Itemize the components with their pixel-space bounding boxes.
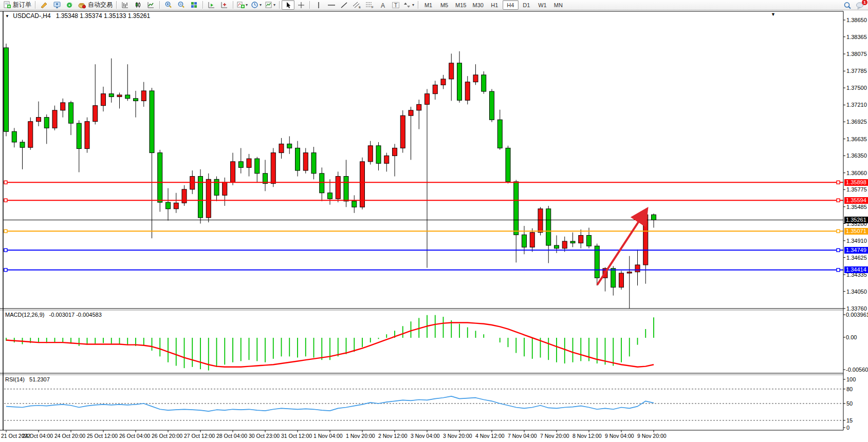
cursor-button[interactable]	[282, 0, 294, 10]
signal-button[interactable]	[63, 0, 76, 10]
zoom-out-icon	[177, 1, 186, 9]
level-handle[interactable]	[4, 181, 7, 184]
chevron-down-icon: ▾	[412, 3, 414, 7]
vertical-line-icon	[316, 2, 322, 9]
chart-ohlc-values: 1.35348 1.35374 1.35133 1.35261	[56, 12, 151, 20]
timeframe-H4[interactable]: H4	[503, 0, 519, 10]
toolbar-right-group: 1	[841, 1, 866, 10]
toolbar-separator	[309, 1, 310, 9]
price-axis-label: 1.37210	[846, 102, 867, 108]
line-chart-button[interactable]	[144, 0, 157, 10]
timeframe-W1[interactable]: W1	[534, 0, 550, 10]
timeframe-MN[interactable]: MN	[550, 0, 566, 10]
macd-name: MACD(12,26,9)	[5, 312, 44, 318]
candle-body	[465, 82, 470, 101]
level-price-tag: 1.34414	[844, 266, 868, 273]
level-handle[interactable]	[837, 248, 840, 252]
candle-body	[255, 159, 260, 174]
toolbar-separator	[35, 1, 35, 9]
equidistant-channel-button[interactable]: E	[350, 0, 363, 10]
timeframe-group: M1M5M15M30H1H4D1W1MN	[420, 0, 566, 10]
price-axis-label: 1.36635	[846, 136, 867, 142]
macd-axis-min: -0.005601	[846, 367, 868, 373]
rsi-name: RSI(14)	[5, 376, 25, 382]
styler-button[interactable]	[38, 0, 50, 10]
crosshair-button[interactable]	[294, 0, 307, 10]
new-order-icon	[3, 1, 11, 9]
candle-body	[20, 142, 25, 147]
price-axis-label: 1.35485	[846, 204, 867, 210]
level-handle[interactable]	[4, 268, 7, 272]
horizontal-line-button[interactable]	[325, 0, 338, 10]
terminal-button[interactable]	[50, 0, 63, 10]
candlestick-chart-button[interactable]	[132, 0, 144, 10]
rsi-axis-label: 80	[846, 386, 853, 392]
timeframe-D1[interactable]: D1	[519, 0, 534, 10]
timeframe-M5[interactable]: M5	[436, 0, 452, 10]
level-handle[interactable]	[4, 248, 7, 252]
autotrade-icon	[78, 1, 86, 9]
zoom-out-button[interactable]	[175, 0, 188, 10]
crayon-icon	[40, 1, 48, 9]
search-button[interactable]	[841, 1, 854, 10]
level-handle[interactable]	[837, 268, 840, 272]
time-axis-label: 24 Oct 20:00	[54, 433, 85, 439]
indicators-icon	[237, 1, 245, 9]
level-price-tag: 1.34749	[844, 247, 868, 254]
level-handle[interactable]	[837, 229, 840, 233]
toolbar-separator	[159, 1, 160, 9]
rsi-axis-label: 0	[846, 425, 849, 431]
bar-chart-button[interactable]	[119, 0, 132, 10]
text-button[interactable]: A	[376, 0, 389, 10]
periods-button[interactable]: ▾	[249, 0, 263, 10]
indicators-button[interactable]: ▾	[235, 0, 249, 10]
candle-body	[85, 122, 89, 149]
arrows-button[interactable]: ▾	[402, 0, 416, 10]
tile-windows-icon	[190, 1, 198, 9]
candle-body	[352, 201, 357, 207]
auto-scroll-button[interactable]	[205, 0, 218, 10]
fibonacci-button[interactable]: F	[363, 0, 376, 10]
timeframe-M30[interactable]: M30	[469, 0, 486, 10]
candle-body	[344, 177, 348, 201]
text-label-button[interactable]: T	[389, 0, 402, 10]
candle-body	[320, 174, 324, 193]
timeframe-M1[interactable]: M1	[420, 0, 436, 10]
bar-chart-icon	[121, 1, 129, 9]
new-order-button[interactable]: 新订单	[2, 0, 33, 10]
trendline-button[interactable]	[338, 0, 350, 10]
candle-body	[158, 153, 162, 203]
candle-body	[522, 235, 527, 247]
timeframe-H1[interactable]: H1	[487, 0, 503, 10]
templates-button[interactable]: ▾	[263, 0, 277, 10]
candle-body	[538, 209, 543, 233]
horizontal-line-icon	[327, 2, 336, 9]
level-handle[interactable]	[837, 181, 840, 184]
vertical-line-button[interactable]	[312, 0, 325, 10]
level-handle[interactable]	[837, 199, 840, 202]
chart-plot	[0, 0, 868, 442]
candle-body	[368, 146, 373, 162]
chevron-down-icon: ▾	[246, 3, 248, 7]
candle-body	[134, 99, 138, 101]
notifications-button[interactable]: 1	[854, 1, 866, 10]
candle-body	[587, 235, 592, 246]
candle-body	[36, 118, 41, 122]
level-handle[interactable]	[4, 229, 7, 233]
candle-body	[214, 179, 219, 195]
zoom-in-button[interactable]	[162, 0, 175, 10]
scroll-end-icon[interactable]: ▼	[771, 12, 775, 17]
level-handle[interactable]	[4, 199, 7, 202]
chart-shift-button[interactable]	[218, 0, 231, 10]
candle-body	[223, 182, 227, 195]
timeframe-M15[interactable]: M15	[452, 0, 469, 10]
tile-windows-button[interactable]	[188, 0, 200, 10]
price-axis-label: 1.34050	[846, 289, 867, 295]
price-axis-label: 1.34625	[846, 255, 867, 261]
trendline-icon	[340, 2, 348, 9]
autotrade-button[interactable]: 自动交易	[76, 0, 114, 10]
collapse-icon[interactable]: ▼	[5, 14, 9, 18]
candle-body	[109, 94, 114, 97]
chart-background	[4, 11, 843, 430]
candle-body	[555, 245, 559, 248]
